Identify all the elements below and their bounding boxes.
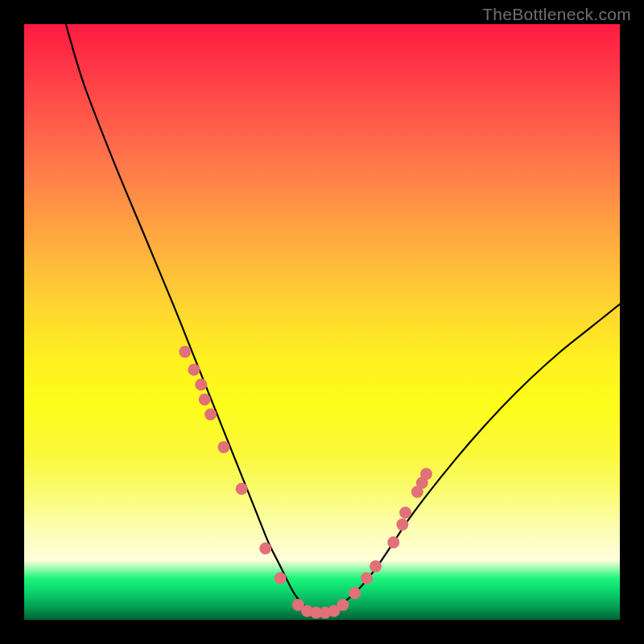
curve-dot [199, 394, 211, 406]
curve-dot [420, 468, 432, 480]
plot-area [24, 24, 620, 620]
curve-dots [179, 346, 432, 619]
curve-dot [369, 560, 382, 572]
curve-dot [217, 441, 229, 453]
curve-dot [204, 408, 217, 420]
curve-dot [236, 483, 248, 495]
curve-dot [188, 364, 200, 376]
curve-dot [349, 587, 361, 599]
chart-svg [24, 24, 620, 620]
curve-dot [396, 518, 408, 530]
watermark-text: TheBottleneck.com [482, 5, 631, 24]
curve-dot [259, 543, 271, 555]
curve-dot [387, 536, 399, 548]
bottleneck-curve [66, 24, 620, 613]
curve-dot [195, 378, 207, 390]
curve-dot [336, 599, 349, 611]
curve-dot [399, 506, 411, 518]
curve-dot [361, 572, 373, 584]
curve-dot [179, 346, 191, 358]
chart-stage: TheBottleneck.com [0, 0, 644, 644]
curve-dot [275, 572, 287, 584]
